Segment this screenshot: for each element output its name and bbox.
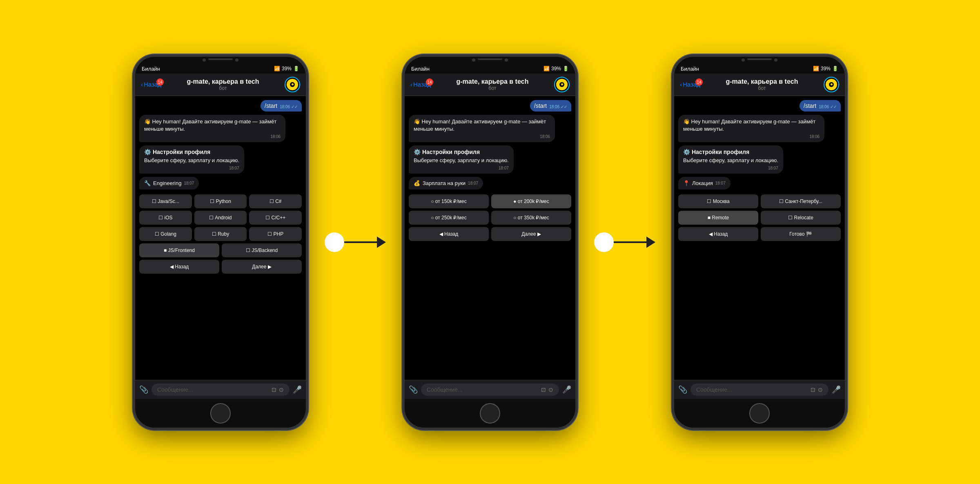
mic-icon-1[interactable]: 🎤 bbox=[293, 385, 302, 394]
msg-text-start-2: /start bbox=[534, 103, 547, 109]
msg-in-settings-3: ⚙️ Настройки профиля Выберите сферу, зар… bbox=[678, 145, 783, 174]
message-input-1[interactable]: Сообщение... ⊡ ⊙ bbox=[151, 384, 290, 396]
kbd-next-1[interactable]: Далее ▶ bbox=[222, 260, 302, 274]
msg-greeting-time-3: 18:06 bbox=[683, 134, 820, 139]
msg-out-start-1: /start 18:06 ✓✓ bbox=[261, 100, 302, 112]
input-icons-2: ⊡ ⊙ bbox=[541, 386, 553, 393]
home-bar-3 bbox=[674, 399, 845, 428]
kbd-remote-3[interactable]: ■ Remote bbox=[678, 211, 758, 225]
carrier-2: Билайн bbox=[411, 66, 430, 72]
battery-pct-3: 39% bbox=[821, 66, 831, 71]
avatar-3[interactable] bbox=[824, 77, 839, 92]
kbd-row-1-3: ☐ Москва ☐ Санкт-Петербу... bbox=[678, 194, 841, 208]
kbd-back-3[interactable]: ◀ Назад bbox=[678, 227, 758, 241]
battery-2: 📶 39% 🔋 bbox=[543, 66, 569, 71]
chat-header-3: ‹ Назад 14 g-mate, карьера в tech бот bbox=[674, 74, 845, 96]
sensor-line-3 bbox=[747, 58, 772, 60]
home-button-3[interactable] bbox=[749, 403, 770, 424]
history-icon-2[interactable]: ⊙ bbox=[548, 386, 553, 393]
kbd-ruby-1[interactable]: ☐ Ruby bbox=[194, 227, 247, 241]
home-button-1[interactable] bbox=[210, 403, 231, 424]
sticker-icon-2[interactable]: ⊡ bbox=[541, 386, 546, 393]
sensor-bar-1 bbox=[135, 57, 306, 63]
history-icon-3[interactable]: ⊙ bbox=[818, 386, 823, 393]
kbd-golang-1[interactable]: ☐ Golang bbox=[139, 227, 192, 241]
kbd-android-1[interactable]: ☐ Android bbox=[194, 211, 247, 225]
kbd-java-1[interactable]: ☐ Java/Sc... bbox=[139, 194, 192, 208]
kbd-row-3-1: ☐ Golang ☐ Ruby ☐ PHP bbox=[139, 227, 302, 241]
kbd-php-1[interactable]: ☐ PHP bbox=[249, 227, 302, 241]
kbd-jsbackend-1[interactable]: ☐ JS/Backend bbox=[222, 243, 302, 257]
kbd-back-2[interactable]: ◀ Назад bbox=[409, 227, 489, 241]
sensor-dot-6 bbox=[774, 58, 777, 62]
chevron-left-icon-1: ‹ bbox=[141, 81, 143, 88]
chat-info-3: g-mate, карьера в tech бот bbox=[704, 78, 820, 91]
chat-subtitle-2: бот bbox=[489, 85, 497, 91]
sticker-icon-3[interactable]: ⊡ bbox=[811, 386, 815, 393]
battery-icon-3: 🔋 bbox=[832, 66, 838, 71]
phone-2: Билайн 📶 39% 🔋 ‹ Назад 14 g-mate, карьер… bbox=[402, 54, 578, 430]
kbd-done-3[interactable]: Готово 🏁 bbox=[761, 227, 841, 241]
sticker-icon-1[interactable]: ⊡ bbox=[272, 386, 276, 393]
arrow-head-1 bbox=[377, 236, 386, 248]
msg-settings-time-3: 18:07 bbox=[683, 166, 778, 170]
engineering-time-1: 18:07 bbox=[184, 181, 194, 185]
back-button-1[interactable]: ‹ Назад 14 bbox=[141, 81, 161, 88]
msg-text-start-1: /start bbox=[265, 103, 277, 109]
arrow-circle-1 bbox=[325, 232, 344, 252]
badge-1: 14 bbox=[156, 78, 164, 86]
chat-info-1: g-mate, карьера в tech бот bbox=[165, 78, 281, 91]
msg-in-settings-2: ⚙️ Настройки профиля Выберите сферу, зар… bbox=[409, 145, 514, 174]
mic-icon-2[interactable]: 🎤 bbox=[562, 385, 571, 394]
kbd-200k-2[interactable]: ● от 200k ₽/мес bbox=[491, 194, 571, 208]
kbd-row-3-2: ◀ Назад Далее ▶ bbox=[409, 227, 571, 241]
kbd-moscow-3[interactable]: ☐ Москва bbox=[678, 194, 758, 208]
msg-greeting-text-3: 👋 Hey human! Давайте активируем g-mate —… bbox=[683, 118, 820, 133]
money-icon-2: 💰 bbox=[414, 180, 420, 186]
kbd-python-1[interactable]: ☐ Python bbox=[194, 194, 247, 208]
home-bar-2 bbox=[405, 399, 575, 428]
kbd-back-1[interactable]: ◀ Назад bbox=[139, 260, 219, 274]
mic-icon-3[interactable]: 🎤 bbox=[832, 385, 841, 394]
input-icons-3: ⊡ ⊙ bbox=[811, 386, 823, 393]
avatar-2[interactable] bbox=[554, 77, 570, 92]
avatar-eye-3 bbox=[829, 82, 834, 87]
attach-icon-3[interactable]: 📎 bbox=[678, 385, 687, 394]
attach-icon-2[interactable]: 📎 bbox=[409, 385, 418, 394]
avatar-1[interactable] bbox=[285, 77, 300, 92]
sensor-bar-2 bbox=[405, 57, 575, 63]
chat-header-1: ‹ Назад 14 g-mate, карьера в tech бот bbox=[135, 74, 306, 96]
history-icon-1[interactable]: ⊙ bbox=[279, 386, 284, 393]
attach-icon-1[interactable]: 📎 bbox=[139, 385, 148, 394]
avatar-inner-1 bbox=[287, 79, 298, 90]
back-button-2[interactable]: ‹ Назад 14 bbox=[410, 81, 431, 88]
home-button-2[interactable] bbox=[480, 403, 500, 424]
msg-settings-body-1: Выберите сферу, зарплату и локацию. bbox=[144, 157, 239, 164]
message-input-2[interactable]: Сообщение... ⊡ ⊙ bbox=[421, 384, 559, 396]
kbd-relocate-3[interactable]: ☐ Relocate bbox=[761, 211, 841, 225]
chat-title-2: g-mate, карьера в tech bbox=[456, 78, 528, 85]
kbd-cpp-1[interactable]: ☐ C/C++ bbox=[249, 211, 302, 225]
msg-out-start-3: /start 18:06 ✓✓ bbox=[800, 100, 841, 112]
arrow-head-2 bbox=[646, 236, 655, 248]
keyboard-grid-3: ☐ Москва ☐ Санкт-Петербу... ■ Remote ☐ R… bbox=[678, 194, 841, 241]
arrow-2 bbox=[594, 232, 655, 252]
phone-3: Билайн 📶 39% 🔋 ‹ Назад 14 g-mate, карьер… bbox=[672, 54, 847, 430]
kbd-jsfrontend-1[interactable]: ■ JS/Frontend bbox=[139, 243, 219, 257]
kbd-next-2[interactable]: Далее ▶ bbox=[491, 227, 571, 241]
kbd-150k-2[interactable]: ○ от 150k ₽/мес bbox=[409, 194, 489, 208]
chat-info-2: g-mate, карьера в tech бот bbox=[435, 78, 550, 91]
msg-settings-header-1: ⚙️ Настройки профиля bbox=[144, 149, 239, 155]
kbd-csharp-1[interactable]: ☐ C# bbox=[249, 194, 302, 208]
msg-time-2: 18:06 ✓✓ bbox=[549, 105, 567, 109]
back-button-3[interactable]: ‹ Назад 14 bbox=[680, 81, 700, 88]
kbd-spb-3[interactable]: ☐ Санкт-Петербу... bbox=[761, 194, 841, 208]
message-input-3[interactable]: Сообщение... ⊡ ⊙ bbox=[690, 384, 829, 396]
msg-time-1: 18:06 ✓✓ bbox=[280, 105, 298, 109]
pin-icon-3: 📍 bbox=[683, 180, 690, 186]
kbd-250k-2[interactable]: ○ от 250k ₽/мес bbox=[409, 211, 489, 225]
sensor-dot-3 bbox=[472, 58, 475, 62]
msg-greeting-text-2: 👋 Hey human! Давайте активируем g-mate —… bbox=[414, 118, 550, 133]
kbd-350k-2[interactable]: ○ от 350k ₽/мес bbox=[491, 211, 571, 225]
kbd-ios-1[interactable]: ☐ iOS bbox=[139, 211, 192, 225]
